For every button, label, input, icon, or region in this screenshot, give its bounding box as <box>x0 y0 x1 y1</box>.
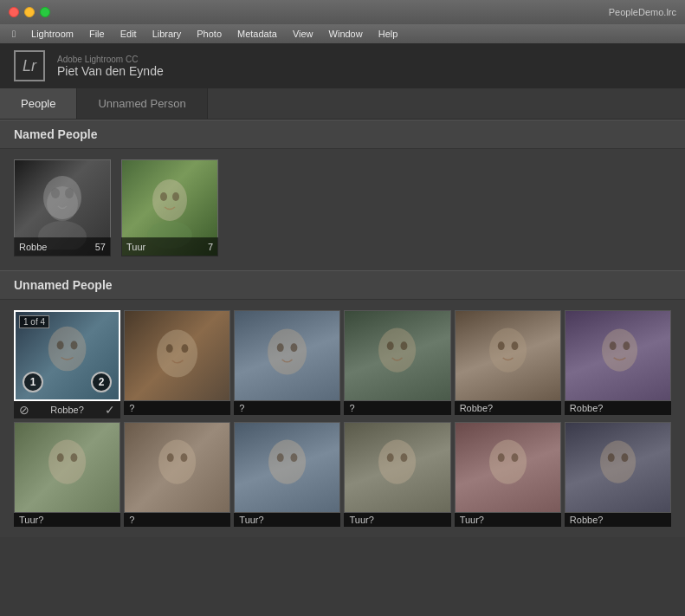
unnamed-card-r2-1[interactable]: ? <box>124 422 230 527</box>
suggestion-label-3: ? <box>349 403 354 413</box>
unnamed-grid-row2: Tuur? ? <box>14 422 671 527</box>
suggestion-label-r2-1: ? <box>129 515 134 525</box>
svg-point-30 <box>158 440 196 484</box>
unnamed-photo-r2-2 <box>234 422 340 513</box>
traffic-lights[interactable] <box>9 7 50 17</box>
unnamed-label-r2-1: ? <box>124 513 230 527</box>
window-title: PeopleDemo.lrc <box>609 7 676 17</box>
svg-point-24 <box>602 329 637 372</box>
metadata-menu-item[interactable]: Metadata <box>230 27 284 41</box>
reject-icon[interactable]: ⊘ <box>19 403 29 417</box>
svg-point-36 <box>378 440 416 484</box>
lr-user-info: Adobe Lightroom CC Piet Van den Eynde <box>57 55 164 78</box>
unnamed-label-r2-4: Tuur? <box>455 513 561 527</box>
unnamed-card-r2-4[interactable]: Tuur? <box>455 422 561 527</box>
menu-bar:  Lightroom File Edit Library Photo Meta… <box>0 24 685 43</box>
unnamed-photo-r2-0 <box>14 422 120 513</box>
unnamed-label-r2-5: Robbe? <box>565 513 671 527</box>
named-people-grid: Robbe 57 Tuur 7 <box>14 159 671 256</box>
svg-point-9 <box>48 327 87 372</box>
lr-logo: Lr <box>14 50 45 81</box>
svg-point-2 <box>51 188 60 198</box>
unnamed-label-r2-2: Tuur? <box>234 513 340 527</box>
svg-point-34 <box>277 453 284 462</box>
unnamed-card-1[interactable]: ? <box>124 310 230 418</box>
unnamed-grid-row1: 1 of 4 1 2 ⊘ <box>14 310 671 418</box>
svg-point-20 <box>401 341 408 350</box>
svg-point-16 <box>277 343 284 352</box>
photo-menu-item[interactable]: Photo <box>190 27 229 41</box>
unnamed-label-3: ? <box>344 401 450 415</box>
svg-point-37 <box>387 453 394 462</box>
svg-point-15 <box>268 329 307 375</box>
unnamed-label-4: Robbe? <box>455 401 561 415</box>
library-menu-item[interactable]: Library <box>145 27 189 41</box>
tab-unnamed-person[interactable]: Unnamed Person <box>77 88 207 119</box>
tab-people[interactable]: People <box>0 88 77 119</box>
unnamed-card-0[interactable]: 1 of 4 1 2 ⊘ <box>14 310 120 418</box>
confirm-icon[interactable]: ✓ <box>105 403 115 417</box>
suggestion-label-r2-0: Tuur? <box>19 515 43 525</box>
named-people-header: Named People <box>0 120 685 149</box>
unnamed-card-2[interactable]: ? <box>234 310 340 418</box>
svg-point-14 <box>182 344 189 353</box>
unnamed-card-4[interactable]: Robbe? <box>455 310 561 418</box>
unnamed-card-5[interactable]: Robbe? <box>565 310 671 418</box>
content-area: Named People Robbe 57 <box>0 120 685 616</box>
svg-point-38 <box>401 453 408 462</box>
svg-point-7 <box>172 192 179 201</box>
svg-point-32 <box>181 453 188 462</box>
svg-point-40 <box>497 453 504 462</box>
close-button[interactable] <box>9 7 19 17</box>
action-icons-0: ⊘ Robbe? ✓ <box>14 401 120 418</box>
lightroom-menu-item[interactable]: Lightroom <box>24 27 81 41</box>
svg-point-19 <box>387 341 394 350</box>
unnamed-people-section: 1 of 4 1 2 ⊘ <box>0 300 685 537</box>
svg-point-25 <box>610 341 617 350</box>
lr-user-name: Piet Van den Eynde <box>57 64 164 78</box>
svg-point-27 <box>48 440 86 484</box>
circle-badge-1: 1 <box>23 372 43 392</box>
unnamed-photo-4 <box>455 310 561 401</box>
apple-menu-item[interactable]:  <box>5 27 23 41</box>
svg-point-12 <box>157 330 197 378</box>
unnamed-photo-0: 1 of 4 1 2 <box>14 310 120 401</box>
title-bar: PeopleDemo.lrc <box>0 0 685 24</box>
person-card-tuur[interactable]: Tuur 7 <box>121 159 218 256</box>
unnamed-card-r2-0[interactable]: Tuur? <box>14 422 120 527</box>
svg-point-42 <box>600 441 636 483</box>
svg-point-26 <box>623 341 630 350</box>
suggestion-label-0: Robbe? <box>50 405 84 415</box>
unnamed-photo-r2-4 <box>455 422 561 513</box>
edit-menu-item[interactable]: Edit <box>113 27 144 41</box>
fullscreen-button[interactable] <box>40 7 50 17</box>
unnamed-card-r2-2[interactable]: Tuur? <box>234 422 340 527</box>
minimize-button[interactable] <box>24 7 35 17</box>
svg-point-28 <box>57 453 64 462</box>
person-card-robbe[interactable]: Robbe 57 <box>14 159 111 256</box>
tabs-bar: People Unnamed Person <box>0 88 685 120</box>
file-menu-item[interactable]: File <box>82 27 112 41</box>
svg-point-10 <box>57 341 64 350</box>
unnamed-photo-5 <box>565 310 671 401</box>
lr-header: Lr Adobe Lightroom CC Piet Van den Eynde <box>0 43 685 88</box>
window-menu-item[interactable]: Window <box>322 27 370 41</box>
unnamed-photo-1 <box>124 310 230 401</box>
suggestion-label-r2-3: Tuur? <box>349 515 373 525</box>
person-label-tuur: Tuur 7 <box>121 237 218 256</box>
svg-point-39 <box>489 440 527 484</box>
svg-point-17 <box>291 343 298 352</box>
suggestion-label-r2-2: Tuur? <box>239 515 263 525</box>
unnamed-card-r2-3[interactable]: Tuur? <box>344 422 450 527</box>
svg-point-33 <box>268 440 306 484</box>
view-menu-item[interactable]: View <box>286 27 320 41</box>
svg-point-31 <box>167 453 174 462</box>
svg-point-44 <box>621 453 628 462</box>
svg-point-5 <box>152 179 187 221</box>
unnamed-card-3[interactable]: ? <box>344 310 450 418</box>
unnamed-card-r2-5[interactable]: Robbe? <box>565 422 671 527</box>
svg-point-41 <box>511 453 518 462</box>
help-menu-item[interactable]: Help <box>372 27 405 41</box>
suggestion-label-2: ? <box>239 403 244 413</box>
svg-point-6 <box>160 192 167 201</box>
